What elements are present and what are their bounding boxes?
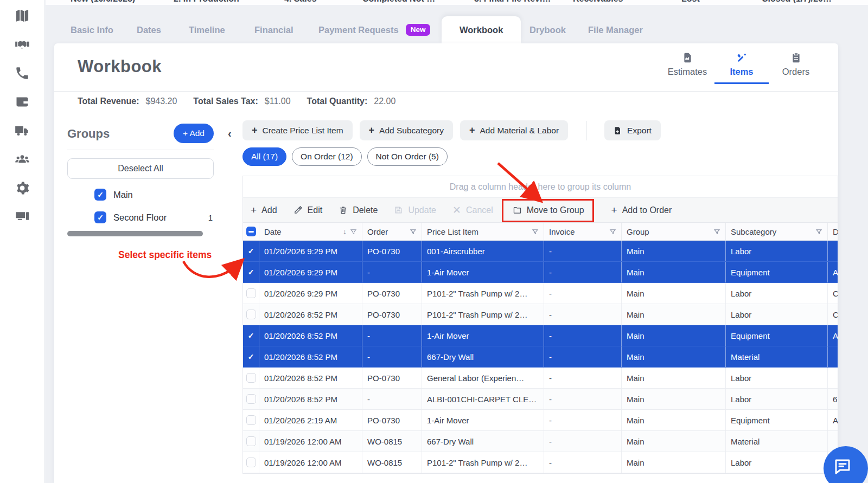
- group-by-drop-zone[interactable]: Drag a column header here to group its c…: [243, 176, 838, 198]
- grid-add-button[interactable]: +Add: [251, 205, 277, 215]
- tab-workbook[interactable]: Workbook: [442, 16, 521, 43]
- pipeline-stage: 2. In Production: [174, 0, 239, 4]
- deselect-all-button[interactable]: Deselect All: [67, 158, 214, 179]
- cell-select[interactable]: [243, 452, 259, 473]
- indeterminate-checkbox-icon[interactable]: [246, 227, 256, 236]
- view-orders[interactable]: Orders: [769, 52, 823, 84]
- cell-order: WO-0815: [362, 452, 422, 473]
- grid-update-button[interactable]: Update: [394, 205, 436, 215]
- filter-funnel-icon[interactable]: [410, 228, 417, 235]
- add-material-labor-button[interactable]: + Add Material & Labor: [460, 120, 568, 140]
- row-checkbox[interactable]: [246, 436, 256, 446]
- tab-timeline[interactable]: Timeline: [189, 16, 225, 43]
- table-row[interactable]: 01/20/2026 9:29 PM PO-0730 P101-2" Trash…: [243, 283, 838, 304]
- cell-select[interactable]: ✓: [243, 241, 259, 261]
- table-row[interactable]: 01/20/2026 8:52 PM PO-0730 P101-2" Trash…: [243, 304, 838, 325]
- settings-icon[interactable]: [8, 173, 37, 202]
- cell-select[interactable]: [243, 368, 259, 388]
- export-button[interactable]: Export: [604, 120, 661, 140]
- filter-on-order[interactable]: On Order (12): [292, 147, 361, 166]
- map-icon[interactable]: [8, 1, 37, 30]
- column-header-description[interactable]: D: [828, 223, 838, 240]
- collapse-panel-chevron[interactable]: ‹: [228, 127, 232, 140]
- view-items[interactable]: Items: [714, 52, 769, 84]
- cell-price-list-item: 1-Air Mover: [422, 410, 544, 430]
- table-row[interactable]: 01/19/2026 12:00 AM WO-0815 P101-2" Tras…: [243, 452, 838, 473]
- view-estimates[interactable]: Estimates: [660, 52, 714, 84]
- add-group-button[interactable]: + Add: [174, 124, 214, 143]
- pipeline-stage: Completed Not …: [362, 0, 435, 4]
- cell-select[interactable]: ✓: [243, 262, 259, 282]
- tab-basic-info[interactable]: Basic Info: [71, 16, 113, 43]
- row-checkbox[interactable]: [246, 394, 256, 404]
- filter-funnel-icon[interactable]: [350, 228, 357, 235]
- grid-cancel-button[interactable]: ✕Cancel: [452, 205, 493, 215]
- cell-order: PO-0730: [362, 304, 422, 325]
- filter-not-on-order[interactable]: Not On Order (5): [367, 147, 448, 166]
- filter-funnel-icon[interactable]: [713, 228, 720, 235]
- pipeline-stage: 5. Final File Revi…: [474, 0, 551, 4]
- group-item-main[interactable]: ✓ Main: [94, 188, 213, 202]
- cell-group: Main: [622, 389, 726, 409]
- grid-add-to-order-button[interactable]: +Add to Order: [611, 205, 672, 215]
- cell-select[interactable]: [243, 431, 259, 452]
- tab-financial[interactable]: Financial: [254, 16, 293, 43]
- filter-funnel-icon[interactable]: [815, 228, 822, 235]
- row-checkbox[interactable]: [246, 458, 256, 467]
- cell-select[interactable]: [243, 410, 259, 430]
- team-icon[interactable]: [8, 145, 37, 173]
- truck-icon[interactable]: [8, 116, 37, 145]
- grid-edit-button[interactable]: Edit: [293, 205, 323, 215]
- row-checkbox[interactable]: [246, 288, 256, 298]
- table-row[interactable]: 01/20/2026 2:19 AM PO-0730 1-Air Mover -…: [243, 410, 838, 431]
- create-price-list-item-button[interactable]: + Create Price List Item: [242, 120, 353, 140]
- row-checkbox[interactable]: [246, 373, 256, 383]
- table-row[interactable]: 01/20/2026 8:52 PM PO-0730 General Labor…: [243, 368, 838, 389]
- plus-icon: +: [251, 205, 257, 215]
- grid-move-to-group-button[interactable]: Move to Group: [509, 205, 588, 215]
- column-header-price-list-item[interactable]: Price List Item: [422, 223, 544, 240]
- table-row[interactable]: 01/20/2026 8:52 PM - ALBI-001CHI-CARPET …: [243, 389, 838, 410]
- filter-all[interactable]: All (17): [242, 147, 286, 166]
- column-header-subcategory[interactable]: Subcategory: [726, 223, 828, 240]
- tab-dates[interactable]: Dates: [137, 16, 161, 43]
- cell-select[interactable]: [243, 389, 259, 409]
- cell-select[interactable]: [243, 304, 259, 325]
- filter-funnel-icon[interactable]: [532, 228, 539, 235]
- tab-drybook[interactable]: Drybook: [529, 16, 566, 43]
- tab-file-manager[interactable]: File Manager: [588, 16, 643, 43]
- table-row[interactable]: 01/19/2026 12:00 AM WO-0815 667-Dry Wall…: [243, 431, 838, 452]
- column-header-invoice[interactable]: Invoice: [544, 223, 622, 240]
- cell-select[interactable]: ✓: [243, 325, 259, 346]
- select-all-checkbox[interactable]: [243, 223, 259, 240]
- sort-desc-icon[interactable]: ↓: [343, 227, 347, 236]
- column-header-group[interactable]: Group: [622, 223, 726, 240]
- cell-select[interactable]: ✓: [243, 346, 259, 367]
- add-subcategory-button[interactable]: + Add Subcategory: [360, 120, 453, 140]
- workstation-icon[interactable]: [8, 202, 37, 231]
- cell-invoice: -: [544, 241, 622, 261]
- checkbox-checked-icon[interactable]: ✓: [94, 211, 106, 223]
- grid-delete-button[interactable]: Delete: [339, 205, 378, 215]
- checkbox-checked-icon[interactable]: ✓: [94, 189, 106, 201]
- cell-date: 01/19/2026 12:00 AM: [259, 452, 362, 473]
- row-checkbox[interactable]: [246, 310, 256, 319]
- row-checkbox[interactable]: [246, 415, 256, 425]
- table-row[interactable]: ✓ 01/20/2026 9:29 PM - 1-Air Mover - Mai…: [243, 262, 838, 283]
- wallet-icon[interactable]: [8, 87, 37, 116]
- column-header-date[interactable]: Date ↓: [259, 223, 362, 240]
- plus-icon: +: [252, 125, 258, 136]
- column-header-order[interactable]: Order: [362, 223, 422, 240]
- tab-payment-requests[interactable]: Payment Requests New: [318, 16, 430, 43]
- table-row[interactable]: ✓ 01/20/2026 8:52 PM - 1-Air Mover - Mai…: [243, 325, 838, 346]
- chat-fab-button[interactable]: [824, 446, 868, 483]
- handshake-icon[interactable]: [8, 30, 37, 59]
- phone-icon[interactable]: [8, 59, 37, 87]
- cell-select[interactable]: [243, 283, 259, 304]
- cell-subcategory: Labor: [726, 241, 828, 261]
- horizontal-scrollbar[interactable]: [67, 231, 203, 236]
- table-row[interactable]: ✓ 01/20/2026 8:52 PM - 667-Dry Wall - Ma…: [243, 346, 838, 368]
- table-row[interactable]: ✓ 01/20/2026 9:29 PM PO-0730 001-Airscru…: [243, 241, 838, 262]
- group-item-second-floor[interactable]: ✓ Second Floor 1: [94, 210, 213, 224]
- filter-funnel-icon[interactable]: [609, 228, 616, 235]
